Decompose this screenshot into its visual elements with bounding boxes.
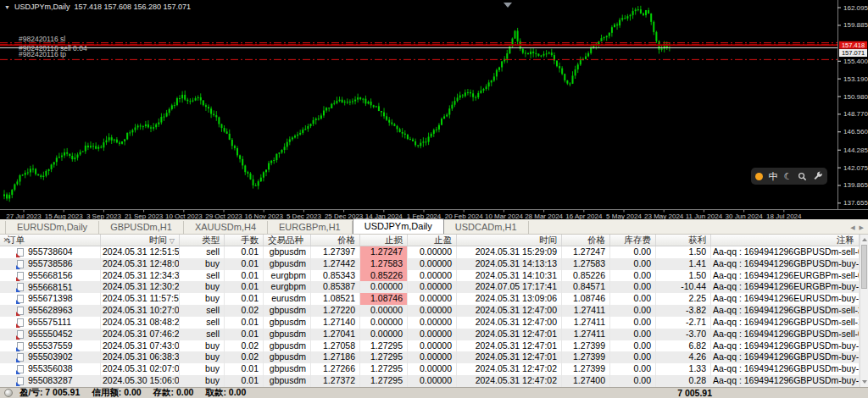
cell-profit: 1.50: [656, 270, 711, 282]
scrollbar-thumb[interactable]: [861, 245, 867, 289]
cell-type: buy: [180, 281, 225, 293]
cell-sl: 0.85226: [360, 270, 408, 282]
order-row-955503902[interactable]: 9555039022024.05.31 06:38:32buy0.02gbpus…: [0, 351, 860, 363]
order-row-955738586[interactable]: 9557385862024.05.31 12:48:00buy0.01gbpus…: [0, 258, 860, 270]
sell-order-icon: [17, 272, 24, 280]
tab-scroll-arrows: ◀ ▶: [850, 224, 864, 231]
cell-time_open: 2024.05.31 12:51:56: [101, 246, 180, 258]
order-row-955575111[interactable]: 9555751112024.05.31 08:48:24sell0.01gbpu…: [0, 317, 860, 329]
chart-panel[interactable]: #982420116 sl#982420116 sell 0.04#982420…: [0, 0, 868, 219]
cell-symbol: gbpusdm: [264, 351, 311, 363]
scrollbar-up-icon[interactable]: [862, 238, 867, 241]
chart-symbol-period: USDJPYm,Daily: [14, 3, 70, 11]
column-header-lots[interactable]: 手数: [225, 235, 264, 246]
svg-text:142.075: 142.075: [843, 164, 868, 172]
cell-price_open: 1.27266: [311, 363, 360, 375]
column-header-time_close[interactable]: 时间: [457, 235, 562, 246]
cell-comment: Aa-qq : 1694941296GBPUSDm-buy-2: [711, 351, 860, 363]
cell-comment: Aa-qq : 1694941296GBPUSDm-sell-0: [711, 329, 860, 340]
chart-tab-EURUSDm-Daily[interactable]: EURUSDm,Daily: [5, 221, 99, 234]
cell-price_close: 1.08746: [562, 293, 610, 305]
chart-tab-USDJPYm-Daily[interactable]: USDJPYm,Daily: [353, 218, 444, 234]
column-header-order[interactable]: 订单: [5, 235, 101, 246]
cell-profit: -3.82: [656, 305, 711, 317]
cell-tp: 0.00000: [408, 317, 457, 329]
cell-time_close: 2024.05.31 13:09:06: [457, 293, 562, 305]
order-row-955668151[interactable]: 9556681512024.05.31 12:30:26buy0.01eurgb…: [0, 281, 860, 293]
chart-tab-EURGBPm-H1[interactable]: EURGBPm,H1: [268, 221, 353, 234]
column-header-time_open[interactable]: 时间▽: [101, 235, 180, 246]
overlay-translate-icon[interactable]: 中: [769, 172, 778, 181]
chart-tab-USDCADm-H1[interactable]: USDCADm,H1: [444, 221, 529, 234]
chart-tab-XAUUSDm-H4[interactable]: XAUUSDm,H4: [184, 221, 268, 234]
overlay-darkmode-icon[interactable]: ☾: [784, 172, 793, 181]
svg-text:139.865: 139.865: [843, 181, 868, 189]
column-header-price_close[interactable]: 价格: [562, 235, 610, 246]
credit-label: 信用额:: [92, 387, 121, 397]
cell-order: 955668156: [5, 270, 101, 282]
order-row-955356038[interactable]: 9553560382024.05.31 02:07:08buy0.01gbpus…: [0, 363, 860, 375]
order-row-955668156[interactable]: 9556681562024.05.31 12:34:35sell0.01eurg…: [0, 270, 860, 282]
buy-order-icon: [17, 377, 24, 385]
profit-loss-summary: 盈/亏: 7 005.91: [19, 387, 80, 398]
cell-order: 955671398: [5, 293, 101, 305]
chart-dropdown-icon[interactable]: ▼: [4, 4, 10, 10]
cell-swap: 0.00: [610, 375, 656, 387]
toolbox-close-button[interactable]: ×: [2, 235, 10, 245]
order-row-955083287[interactable]: 9550832872024.05.30 15:06:03buy0.01gbpus…: [0, 375, 860, 387]
column-header-price_open[interactable]: 价格: [311, 235, 360, 246]
tab-scroll-left-icon[interactable]: ◀: [850, 224, 854, 231]
cell-lots: 0.02: [225, 340, 264, 352]
chart-tab-GBPUSDm-H1[interactable]: GBPUSDm,H1: [99, 221, 184, 234]
cell-sl: 1.27295: [360, 375, 408, 387]
cell-symbol: gbpusdm: [264, 375, 311, 387]
buy-order-icon: [17, 260, 24, 268]
order-row-955628963[interactable]: 9556289632024.05.31 10:27:01sell0.02gbpu…: [0, 305, 860, 317]
candlestick-chart[interactable]: #982420116 sl#982420116 sell 0.04#982420…: [0, 0, 868, 219]
column-header-swap[interactable]: 库存费: [610, 235, 656, 246]
overlay-settings-wrench-icon[interactable]: [813, 171, 823, 181]
cell-type: sell: [180, 270, 225, 282]
overlay-toolbar[interactable]: 中 ☾: [751, 168, 827, 185]
column-header-profit[interactable]: 获利: [656, 235, 711, 246]
cell-sl: 0.00000: [360, 317, 408, 329]
order-row-955537559[interactable]: 9555375592024.05.31 07:43:00buy0.02gbpus…: [0, 340, 860, 352]
cell-price_close: 0.85226: [562, 270, 610, 282]
cell-price_open: 1.27442: [311, 258, 360, 270]
column-header-tp[interactable]: 止盈: [408, 235, 457, 246]
cell-time_open: 2024.05.31 11:57:52: [101, 293, 180, 305]
buy-order-icon: [17, 283, 24, 291]
overlay-zoom-icon[interactable]: [798, 172, 807, 181]
cell-comment: Aa-qq : 1694941296EURUSDm-buy-0: [711, 293, 860, 305]
cell-price_close: 1.27399: [562, 340, 610, 352]
cell-time_open: 2024.05.31 07:46:21: [101, 329, 180, 340]
order-level-lines: #982420116 sl#982420116 sell 0.04#982420…: [0, 35, 837, 60]
price-axis: 162.095159.885155.400153.190150.980148.7…: [0, 0, 868, 210]
cell-time_close: 2024.05.31 12:47:00: [457, 317, 562, 329]
column-header-comment[interactable]: 注释: [711, 235, 860, 246]
cell-price_close: 1.27411: [562, 305, 610, 317]
cell-time_close: 2024.05.31 12:47:01: [457, 351, 562, 363]
order-row-955671398[interactable]: 9556713982024.05.31 11:57:52buy0.01eurus…: [0, 293, 860, 305]
cell-price_open: 1.27186: [311, 351, 360, 363]
cell-symbol: gbpusdm: [264, 340, 311, 352]
order-row-955738604[interactable]: 9557386042024.05.31 12:51:56sell0.01gbpu…: [0, 246, 860, 258]
scrollbar-down-icon[interactable]: [862, 380, 867, 384]
cell-symbol: gbpusdm: [264, 258, 311, 270]
orders-scrollbar[interactable]: [860, 235, 868, 387]
svg-text:23 May 2024: 23 May 2024: [644, 213, 684, 219]
status-bar: 盈/亏: 7 005.91 信用额: 0.00 存款: 0.00 取款: 0.0…: [0, 387, 868, 398]
column-header-type[interactable]: 类型: [180, 235, 225, 246]
cell-swap: 0.00: [610, 351, 656, 363]
column-header-symbol[interactable]: 交易品种: [264, 235, 311, 246]
overlay-logo-icon[interactable]: [755, 173, 763, 180]
cell-swap: 0.00: [610, 305, 656, 317]
cell-profit: -10.44: [656, 281, 711, 293]
buy-order-icon: [17, 342, 24, 351]
order-row-955550452[interactable]: 9555504522024.05.31 07:46:21sell0.01gbpu…: [0, 329, 860, 340]
column-header-sl[interactable]: 止损: [360, 235, 408, 246]
cell-symbol: gbpusdm: [264, 246, 311, 258]
cell-price_open: 1.27372: [311, 375, 360, 387]
cell-sl: 0.00000: [360, 305, 408, 317]
tab-scroll-right-icon[interactable]: ▶: [860, 224, 864, 231]
